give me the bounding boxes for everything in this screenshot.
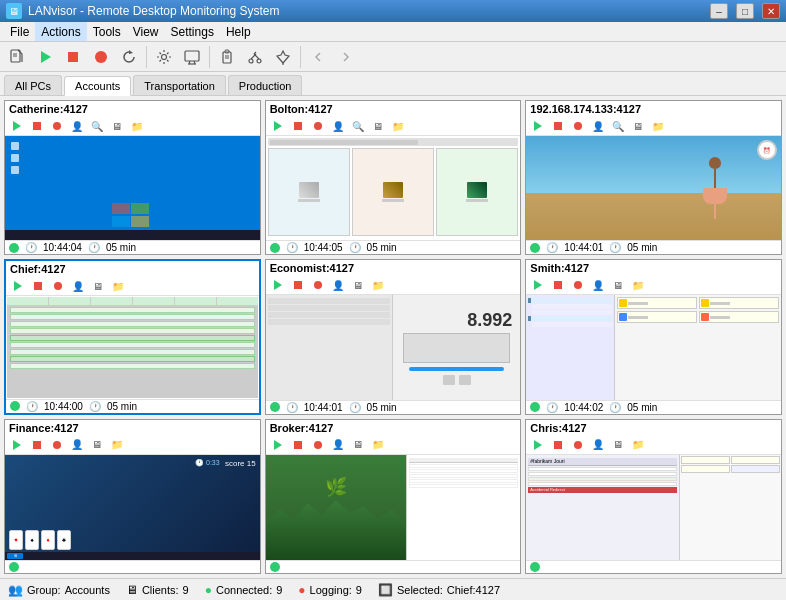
pc-monitor-btn-catherine[interactable]: 🖥: [108, 118, 126, 134]
pc-play-btn-chris[interactable]: [529, 437, 547, 453]
pc-folder-btn-bolton[interactable]: 📁: [389, 118, 407, 134]
pc-monitor-btn-smith[interactable]: 🖥: [609, 277, 627, 293]
pc-play-btn-broker[interactable]: [269, 437, 287, 453]
pc-screen-catherine[interactable]: [5, 136, 260, 240]
pc-monitor-btn-finance[interactable]: 🖥: [88, 437, 106, 453]
close-button[interactable]: ✕: [762, 3, 780, 19]
menu-tools[interactable]: Tools: [87, 22, 127, 41]
pc-search-btn-ip133[interactable]: 🔍: [609, 118, 627, 134]
tab-production[interactable]: Production: [228, 75, 303, 95]
status-interval-icon-chief: 🕐: [89, 401, 101, 412]
tab-all-pcs[interactable]: All PCs: [4, 75, 62, 95]
pc-screen-broker[interactable]: 🌿: [266, 455, 521, 560]
toolbar-refresh-btn[interactable]: [116, 45, 142, 69]
pc-rec-btn-economist[interactable]: [309, 277, 327, 293]
pc-user-btn-smith[interactable]: 👤: [589, 277, 607, 293]
pc-folder-btn-catherine[interactable]: 📁: [128, 118, 146, 134]
pc-screen-smith[interactable]: [526, 295, 781, 399]
toolbar-cut-btn[interactable]: [242, 45, 268, 69]
pc-monitor-btn-economist[interactable]: 🖥: [349, 277, 367, 293]
pc-search-btn-bolton[interactable]: 🔍: [349, 118, 367, 134]
pc-play-btn-ip133[interactable]: [529, 118, 547, 134]
toolbar-play-btn[interactable]: [32, 45, 58, 69]
pc-screen-chris[interactable]: #fabrikam Jouri Accidental Redirect: [526, 455, 781, 560]
pc-stop-btn-chris[interactable]: [549, 437, 567, 453]
pc-play-btn-bolton[interactable]: [269, 118, 287, 134]
pc-search-btn-catherine[interactable]: 🔍: [88, 118, 106, 134]
pc-play-btn-economist[interactable]: [269, 277, 287, 293]
pc-toolbar-ip133: 👤 🔍 🖥 📁: [526, 117, 781, 136]
toolbar-monitor-btn[interactable]: [179, 45, 205, 69]
maximize-button[interactable]: □: [736, 3, 754, 19]
pc-user-btn-chief[interactable]: 👤: [69, 278, 87, 294]
pc-folder-btn-ip133[interactable]: 📁: [649, 118, 667, 134]
toolbar-forward-btn[interactable]: [333, 45, 359, 69]
pc-screen-chief[interactable]: [6, 296, 259, 398]
pc-stop-btn-finance[interactable]: [28, 437, 46, 453]
pc-monitor-btn-broker[interactable]: 🖥: [349, 437, 367, 453]
pc-screen-economist[interactable]: 8.992: [266, 295, 521, 399]
pc-screen-ip133[interactable]: ⏰: [526, 136, 781, 240]
logging-value: 9: [356, 584, 362, 596]
menu-settings[interactable]: Settings: [165, 22, 220, 41]
tab-accounts[interactable]: Accounts: [64, 76, 131, 96]
pc-stop-btn-catherine[interactable]: [28, 118, 46, 134]
pc-monitor2-btn-chief[interactable]: 🖥: [89, 278, 107, 294]
toolbar-clipboard-btn[interactable]: [214, 45, 240, 69]
pc-play-btn-catherine[interactable]: [8, 118, 26, 134]
menu-view[interactable]: View: [127, 22, 165, 41]
pc-folder-btn-chief[interactable]: 📁: [109, 278, 127, 294]
pc-stop-btn-ip133[interactable]: [549, 118, 567, 134]
toolbar-record-btn[interactable]: [88, 45, 114, 69]
menu-file[interactable]: File: [4, 22, 35, 41]
pc-title-chris: Chris:4127: [526, 420, 781, 436]
status-clock-icon-bolton: 🕐: [286, 242, 298, 253]
pc-rec-btn-finance[interactable]: [48, 437, 66, 453]
pc-stop-btn-economist[interactable]: [289, 277, 307, 293]
status-interval-icon-economist: 🕐: [349, 402, 361, 413]
pc-screen-bolton[interactable]: [266, 136, 521, 240]
pc-card-catherine: Catherine:4127 👤 🔍 🖥 📁: [4, 100, 261, 255]
status-logging: ● Logging: 9: [298, 583, 362, 597]
pc-user-btn-catherine[interactable]: 👤: [68, 118, 86, 134]
pc-user-btn-economist[interactable]: 👤: [329, 277, 347, 293]
minimize-button[interactable]: –: [710, 3, 728, 19]
pc-monitor-btn-ip133[interactable]: 🖥: [629, 118, 647, 134]
pc-folder-btn-economist[interactable]: 📁: [369, 277, 387, 293]
pc-rec-btn-smith[interactable]: [569, 277, 587, 293]
pc-monitor-btn-chris[interactable]: 🖥: [609, 437, 627, 453]
pc-rec-btn-ip133[interactable]: [569, 118, 587, 134]
tab-transportation[interactable]: Transportation: [133, 75, 226, 95]
pc-stop-btn-bolton[interactable]: [289, 118, 307, 134]
pc-stop-btn-smith[interactable]: [549, 277, 567, 293]
toolbar-file-btn[interactable]: [4, 45, 30, 69]
pc-folder-btn-smith[interactable]: 📁: [629, 277, 647, 293]
pc-rec-btn-chris[interactable]: [569, 437, 587, 453]
pc-user-btn-bolton[interactable]: 👤: [329, 118, 347, 134]
pc-stop-btn-broker[interactable]: [289, 437, 307, 453]
pc-folder-btn-chris[interactable]: 📁: [629, 437, 647, 453]
menu-help[interactable]: Help: [220, 22, 257, 41]
pc-rec-btn-broker[interactable]: [309, 437, 327, 453]
pc-user-btn-broker[interactable]: 👤: [329, 437, 347, 453]
toolbar-settings-btn[interactable]: [151, 45, 177, 69]
pc-rec-btn-bolton[interactable]: [309, 118, 327, 134]
toolbar-pin-btn[interactable]: [270, 45, 296, 69]
pc-folder-btn-finance[interactable]: 📁: [108, 437, 126, 453]
toolbar-back-btn[interactable]: [305, 45, 331, 69]
pc-rec-btn-catherine[interactable]: [48, 118, 66, 134]
pc-user-btn-ip133[interactable]: 👤: [589, 118, 607, 134]
pc-user-btn-chris[interactable]: 👤: [589, 437, 607, 453]
pc-stop-btn-chief[interactable]: [29, 278, 47, 294]
pc-play-btn-chief[interactable]: [9, 278, 27, 294]
pc-screen-finance[interactable]: score 15 🕐 0:33 ♥ ♠ ♦ ♣ ⊞: [5, 455, 260, 560]
pc-play-btn-finance[interactable]: [8, 437, 26, 453]
menu-actions[interactable]: Actions: [35, 22, 86, 41]
pc-rec-btn-chief[interactable]: [49, 278, 67, 294]
toolbar-sep-2: [209, 46, 210, 68]
pc-user-btn-finance[interactable]: 👤: [68, 437, 86, 453]
pc-folder-btn-broker[interactable]: 📁: [369, 437, 387, 453]
toolbar-stop-btn[interactable]: [60, 45, 86, 69]
pc-play-btn-smith[interactable]: [529, 277, 547, 293]
pc-monitor-btn-bolton[interactable]: 🖥: [369, 118, 387, 134]
